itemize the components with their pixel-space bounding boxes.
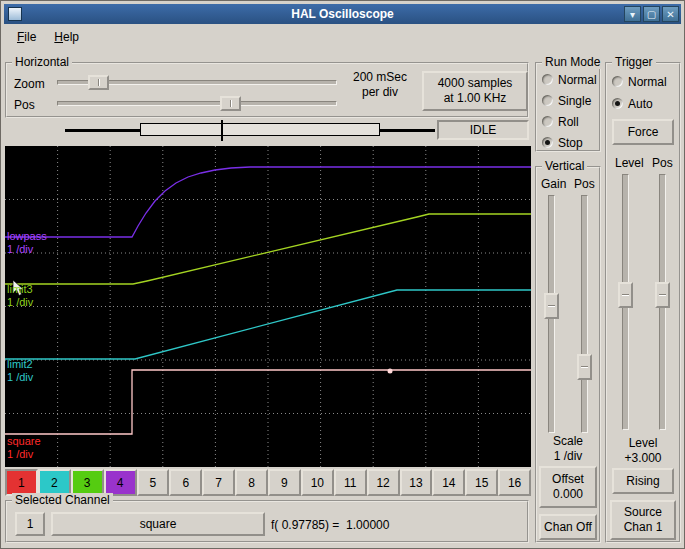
scale-display: Scale 1 /div — [537, 434, 599, 464]
signal-name-button[interactable]: square — [51, 512, 265, 536]
vertical-pos-slider[interactable] — [577, 195, 592, 433]
menu-file[interactable]: File — [8, 26, 45, 48]
vertical-pos-slider-track — [581, 195, 588, 433]
zoom-slider-handle[interactable] — [88, 75, 109, 90]
run-mode-normal-label: Normal — [558, 73, 597, 87]
zoom-slider[interactable] — [57, 75, 337, 90]
channel-number: 1 — [27, 517, 34, 532]
acquisition-status: IDLE — [437, 120, 529, 140]
rising-button[interactable]: Rising — [612, 468, 674, 494]
function-readout: f( 0.97785) = 1.00000 — [271, 518, 389, 532]
run-mode-frame: Run Mode Normal Single Roll Stop — [535, 62, 601, 152]
trigger-auto[interactable]: Auto — [612, 96, 653, 111]
horizontal-frame-label: Horizontal — [12, 55, 72, 69]
horizontal-pos-slider[interactable] — [57, 96, 337, 111]
radio-icon — [542, 116, 553, 127]
channel-button-12[interactable]: 12 — [367, 469, 400, 496]
force-button[interactable]: Force — [612, 119, 674, 145]
channel-button-1[interactable]: 1 — [5, 469, 38, 496]
timebase-display: 200 mSec per div — [340, 70, 420, 100]
trigger-auto-label: Auto — [628, 97, 653, 111]
channel-button-9[interactable]: 9 — [268, 469, 301, 496]
record-position-tick — [221, 120, 223, 141]
selected-channel-frame: Selected Channel 1 square f( 0.97785) = … — [5, 500, 529, 543]
source-button[interactable]: Source Chan 1 — [610, 500, 676, 540]
trigger-pos-slider[interactable] — [655, 174, 670, 430]
vertical-pos-slider-handle[interactable] — [577, 354, 592, 380]
maximize-icon[interactable]: ▢ — [643, 6, 660, 22]
chan-off-label: Chan Off — [544, 520, 592, 535]
run-mode-single[interactable]: Single — [542, 93, 591, 108]
window-controls: ▾ ▢ ✕ — [624, 6, 679, 22]
channel-button-2[interactable]: 2 — [38, 469, 71, 496]
channel-button-11[interactable]: 11 — [334, 469, 367, 496]
trigger-level-caption: Level — [607, 436, 679, 451]
trace-label-limit2: limit21 /div — [7, 358, 33, 384]
trigger-marker — [388, 369, 393, 374]
samples-button[interactable]: 4000 samples at 1.00 KHz — [422, 71, 528, 111]
gain-label: Gain — [541, 177, 566, 191]
vertical-frame-label: Vertical — [542, 159, 587, 173]
scope-display[interactable]: lowpass1 /divlimit31 /divlimit21 /divsqu… — [5, 146, 531, 467]
window-titlebar[interactable]: HAL Oscilloscope ▾ ▢ ✕ — [4, 4, 681, 24]
horizontal-pos-slider-handle[interactable] — [220, 96, 241, 111]
channel-button-13[interactable]: 13 — [400, 469, 433, 496]
radio-icon — [612, 98, 623, 109]
trace-label-lowpass: lowpass1 /div — [7, 230, 47, 256]
channel-number-button[interactable]: 1 — [15, 512, 45, 536]
channel-button-8[interactable]: 8 — [235, 469, 268, 496]
trigger-normal[interactable]: Normal — [612, 74, 667, 89]
force-label: Force — [628, 125, 659, 140]
trigger-pos-slider-handle[interactable] — [655, 282, 670, 308]
source-value: Chan 1 — [624, 520, 663, 535]
menu-help[interactable]: Help — [45, 26, 88, 48]
horizontal-frame: Horizontal Zoom Pos 200 mSec per div 400… — [5, 62, 529, 118]
trigger-frame-label: Trigger — [612, 55, 656, 69]
zoom-label: Zoom — [14, 77, 45, 91]
gain-slider[interactable] — [544, 195, 559, 433]
channel-button-6[interactable]: 6 — [169, 469, 202, 496]
trace-label-square: square1 /div — [7, 435, 41, 461]
run-mode-stop[interactable]: Stop — [542, 135, 583, 150]
rising-label: Rising — [626, 474, 659, 489]
trigger-level-slider-handle[interactable] — [618, 282, 633, 308]
gain-slider-handle[interactable] — [544, 293, 559, 319]
radio-icon — [542, 95, 553, 106]
channel-button-3[interactable]: 3 — [71, 469, 104, 496]
trigger-level-value: +3.000 — [607, 451, 679, 466]
record-window — [140, 123, 380, 136]
channel-button-15[interactable]: 15 — [465, 469, 498, 496]
channel-button-10[interactable]: 10 — [301, 469, 334, 496]
timebase-value: 200 mSec — [340, 70, 420, 85]
channel-button-14[interactable]: 14 — [432, 469, 465, 496]
radio-icon — [542, 137, 553, 148]
record-indicator: IDLE — [5, 120, 529, 141]
horizontal-pos-label: Pos — [14, 98, 35, 112]
menubar: File Help — [4, 24, 681, 50]
offset-caption: Offset — [552, 472, 584, 487]
offset-button[interactable]: Offset 0.000 — [539, 466, 597, 508]
channel-button-7[interactable]: 7 — [202, 469, 235, 496]
acquisition-status-text: IDLE — [470, 123, 497, 137]
trigger-frame: Trigger Normal Auto Force Level Pos Leve… — [605, 62, 681, 543]
trigger-level-slider[interactable] — [618, 174, 633, 430]
trace-limit2 — [5, 290, 531, 359]
radio-icon — [542, 74, 553, 85]
channel-button-16[interactable]: 16 — [498, 469, 531, 496]
scope-canvas — [5, 146, 531, 467]
channel-button-4[interactable]: 4 — [104, 469, 137, 496]
chan-off-button[interactable]: Chan Off — [539, 514, 597, 540]
channel-strip: 12345678910111213141516 — [5, 469, 531, 496]
run-mode-normal[interactable]: Normal — [542, 72, 597, 87]
offset-value: 0.000 — [552, 487, 584, 502]
trigger-pos-label: Pos — [652, 156, 673, 170]
minimize-icon[interactable]: ▾ — [624, 6, 641, 22]
signal-name: square — [140, 517, 177, 532]
vertical-pos-label: Pos — [574, 177, 595, 191]
close-icon[interactable]: ✕ — [662, 6, 679, 22]
samples-count: 4000 samples — [438, 76, 513, 91]
run-mode-roll[interactable]: Roll — [542, 114, 579, 129]
samples-rate: at 1.00 KHz — [438, 91, 513, 106]
channel-button-5[interactable]: 5 — [137, 469, 170, 496]
horizontal-pos-slider-track — [57, 101, 337, 106]
